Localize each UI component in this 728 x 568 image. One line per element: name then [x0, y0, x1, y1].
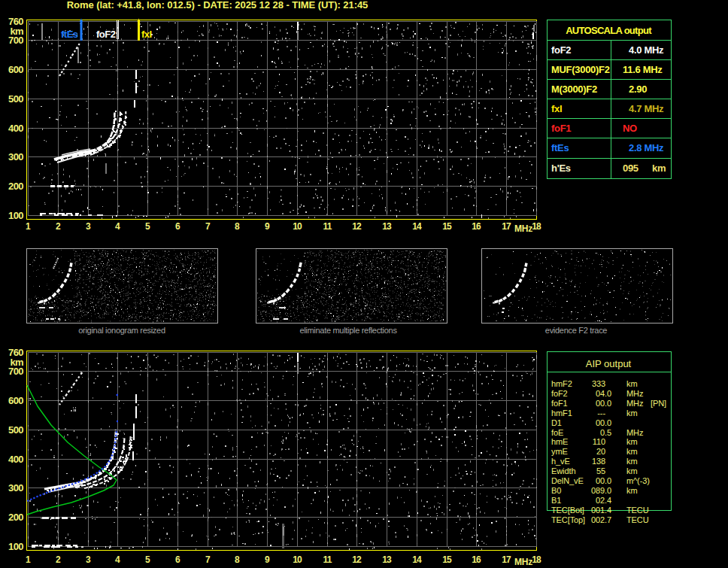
svg-text:100: 100 [8, 541, 23, 552]
svg-text:DelN_vE: DelN_vE [551, 476, 584, 485]
svg-text:11.6 MHz: 11.6 MHz [623, 64, 663, 75]
svg-text:16: 16 [472, 221, 481, 232]
svg-text:[PN]: [PN] [651, 399, 666, 408]
svg-text:200: 200 [8, 181, 23, 192]
svg-text:4.7 MHz: 4.7 MHz [629, 103, 664, 114]
svg-text:foF1: foF1 [551, 123, 571, 134]
svg-text:ftEs: ftEs [551, 142, 569, 153]
svg-text:MHz: MHz [626, 399, 643, 408]
svg-text:18: 18 [532, 221, 541, 232]
svg-text:km: km [626, 437, 637, 446]
svg-text:evidence F2 trace: evidence F2 trace [545, 326, 608, 335]
svg-text:02.4: 02.4 [596, 496, 611, 505]
svg-text:13: 13 [382, 554, 392, 565]
svg-text:001.4: 001.4 [591, 506, 611, 515]
svg-text:089.0: 089.0 [591, 486, 611, 495]
svg-text:km: km [626, 447, 637, 456]
svg-text:Ewidth: Ewidth [551, 466, 575, 475]
svg-text:M(3000)F2: M(3000)F2 [551, 84, 597, 95]
svg-text:fxI: fxI [551, 103, 562, 114]
svg-text:15: 15 [442, 221, 452, 232]
svg-text:foF2: foF2 [551, 44, 571, 56]
svg-text:km: km [652, 163, 666, 174]
svg-text:500: 500 [8, 93, 23, 105]
svg-text:002.7: 002.7 [591, 515, 611, 524]
svg-text:D1: D1 [551, 418, 562, 427]
svg-text:AUTOSCALA output: AUTOSCALA output [566, 25, 652, 36]
svg-text:14: 14 [412, 221, 422, 232]
svg-text:700: 700 [8, 366, 23, 377]
svg-text:---: --- [597, 409, 605, 418]
svg-text:110: 110 [593, 437, 605, 446]
svg-text:00.0: 00.0 [596, 418, 611, 427]
svg-text:12: 12 [352, 554, 362, 565]
svg-text:15: 15 [442, 554, 452, 565]
svg-text:TECU: TECU [626, 506, 649, 515]
svg-text:2.90: 2.90 [629, 84, 647, 95]
svg-text:600: 600 [8, 395, 23, 406]
svg-text:MHz: MHz [514, 223, 532, 234]
svg-text:hmF1: hmF1 [551, 409, 572, 418]
svg-text:B1: B1 [551, 496, 561, 505]
svg-text:ymE: ymE [551, 447, 568, 456]
svg-text:10: 10 [293, 554, 302, 565]
svg-text:11: 11 [323, 554, 332, 565]
svg-text:ftEs: ftEs [61, 29, 78, 40]
svg-text:TECU: TECU [626, 515, 649, 524]
svg-text:17: 17 [502, 554, 511, 565]
svg-text:18: 18 [532, 554, 541, 565]
svg-text:B0: B0 [551, 486, 561, 495]
svg-text:00.0: 00.0 [596, 399, 611, 408]
svg-text:km: km [626, 409, 637, 418]
svg-text:2.8 MHz: 2.8 MHz [629, 142, 664, 153]
svg-text:h_vE: h_vE [551, 457, 570, 466]
svg-text:600: 600 [8, 64, 23, 75]
svg-text:14: 14 [412, 554, 422, 565]
svg-text:TEC[Bot]: TEC[Bot] [551, 506, 584, 515]
svg-text:11: 11 [323, 221, 332, 232]
svg-text:17: 17 [502, 221, 511, 232]
svg-text:eliminate multiple reflections: eliminate multiple reflections [299, 326, 397, 335]
svg-text:00.0: 00.0 [596, 476, 611, 485]
svg-text:13: 13 [382, 221, 392, 232]
svg-text:700: 700 [8, 35, 23, 46]
svg-text:138: 138 [592, 457, 605, 466]
svg-text:foF2: foF2 [96, 29, 116, 40]
svg-text:10: 10 [293, 221, 302, 232]
svg-text:hmE: hmE [551, 437, 568, 446]
svg-text:400: 400 [8, 454, 23, 465]
svg-text:04.0: 04.0 [596, 389, 611, 398]
svg-text:h'Es: h'Es [551, 163, 571, 174]
svg-text:foF2: foF2 [551, 389, 568, 398]
svg-text:0.5: 0.5 [600, 428, 611, 437]
svg-text:foF1: foF1 [551, 399, 568, 408]
svg-text:200: 200 [8, 512, 23, 523]
svg-text:400: 400 [8, 123, 23, 134]
svg-text:4.0 MHz: 4.0 MHz [629, 44, 664, 56]
svg-text:foE: foE [551, 428, 563, 437]
svg-text:333: 333 [592, 379, 605, 388]
svg-text:20: 20 [596, 447, 605, 456]
svg-text:300: 300 [8, 151, 23, 163]
svg-text:km: km [626, 457, 637, 466]
svg-text:Rome (lat: +41.8, lon: 012.5): Rome (lat: +41.8, lon: 012.5) - DATE: 20… [67, 0, 369, 11]
svg-text:16: 16 [472, 554, 481, 565]
svg-text:original ionogram resized: original ionogram resized [78, 326, 165, 335]
svg-text:300: 300 [8, 482, 23, 494]
svg-text:55: 55 [596, 466, 605, 475]
svg-text:500: 500 [8, 424, 23, 436]
svg-text:MHz: MHz [626, 389, 643, 398]
svg-text:km: km [626, 379, 637, 388]
svg-text:m^(-3): m^(-3) [626, 476, 650, 485]
svg-text:MHz: MHz [626, 428, 643, 437]
svg-text:MUF(3000)F2: MUF(3000)F2 [551, 64, 610, 75]
svg-text:fxI: fxI [141, 29, 152, 40]
svg-text:hmF2: hmF2 [551, 379, 572, 388]
svg-text:MHz: MHz [514, 557, 532, 567]
svg-text:km: km [626, 486, 637, 495]
svg-text:km: km [626, 466, 637, 475]
svg-text:100: 100 [8, 210, 23, 221]
svg-text:12: 12 [352, 221, 362, 232]
svg-text:TEC[Top]: TEC[Top] [551, 515, 585, 524]
svg-text:AIP output: AIP output [586, 358, 632, 369]
